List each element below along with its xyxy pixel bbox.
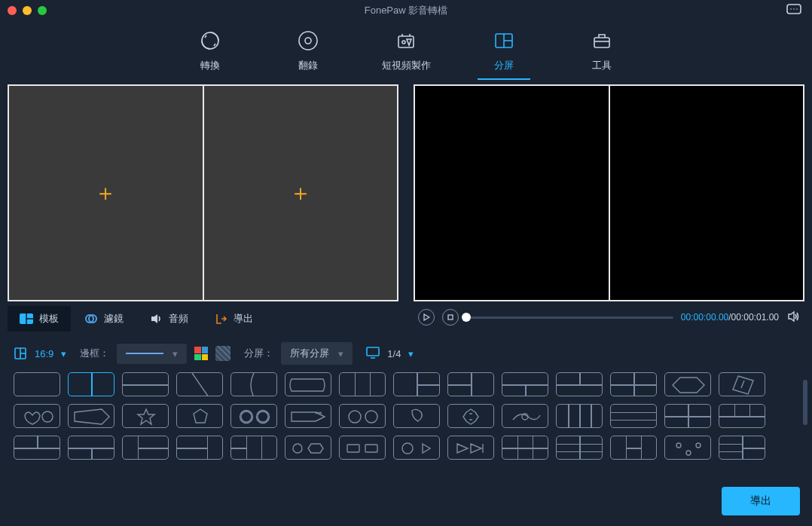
app-title: FonePaw 影音轉檔 [365, 4, 448, 17]
minimize-window-button[interactable] [23, 6, 32, 15]
template-item[interactable] [719, 372, 765, 396]
template-item[interactable] [68, 404, 114, 428]
monitor-icon [366, 347, 380, 361]
close-window-button[interactable] [8, 6, 17, 15]
template-item[interactable] [664, 436, 711, 460]
template-item[interactable] [447, 404, 494, 428]
color-picker-button[interactable] [194, 347, 208, 360]
tab-label: 音頻 [169, 312, 188, 326]
tab-filter[interactable]: 濾鏡 [72, 306, 136, 332]
svg-point-2 [793, 8, 795, 10]
tab-tools[interactable]: 工具 [575, 29, 628, 80]
tab-label: 工具 [592, 59, 612, 72]
tab-template[interactable]: 模板 [8, 306, 71, 332]
template-item[interactable] [230, 404, 277, 428]
template-item[interactable] [339, 404, 386, 428]
template-item[interactable] [556, 404, 603, 428]
template-item[interactable] [68, 436, 114, 460]
tab-splitscreen[interactable]: 分屏 [478, 29, 530, 80]
svg-point-26 [42, 411, 53, 422]
svg-point-39 [696, 443, 701, 448]
split-label: 分屏： [244, 347, 273, 360]
svg-rect-7 [398, 36, 414, 47]
tab-export[interactable]: 導出 [202, 306, 265, 332]
maximize-window-button[interactable] [38, 6, 47, 15]
template-item[interactable] [122, 436, 169, 460]
template-item[interactable] [556, 372, 603, 396]
svg-point-37 [402, 443, 413, 454]
svg-point-8 [402, 41, 405, 44]
time-current: 00:00:00.00 [681, 312, 728, 323]
add-media-slot-2[interactable]: ＋ [204, 86, 398, 300]
template-item[interactable] [176, 372, 223, 396]
template-item[interactable] [664, 372, 711, 396]
main-tabs: 轉換 翻錄 短視頻製作 分屏 工具 [0, 21, 812, 80]
chevron-down-icon: ▾ [338, 348, 343, 359]
template-item[interactable] [339, 372, 386, 396]
svg-rect-12 [594, 38, 609, 47]
template-item[interactable] [556, 436, 603, 460]
template-item[interactable] [610, 436, 657, 460]
template-item[interactable] [339, 436, 386, 460]
titlebar: FonePaw 影音轉檔 [0, 0, 812, 21]
template-icon [20, 312, 33, 326]
svg-point-32 [365, 411, 377, 423]
seek-thumb[interactable] [462, 313, 471, 322]
tab-mv[interactable]: 短視頻製作 [380, 29, 432, 80]
template-item[interactable] [610, 372, 657, 396]
template-item[interactable] [230, 436, 277, 460]
clapperboard-icon [394, 29, 418, 53]
export-button[interactable]: 導出 [722, 487, 800, 515]
svg-rect-23 [367, 347, 379, 356]
feedback-icon[interactable] [786, 4, 801, 18]
screen-option[interactable]: 1/4 ▾ [366, 347, 414, 361]
svg-line-25 [192, 373, 209, 396]
svg-rect-19 [448, 315, 453, 320]
timecode: 00:00:00.00/00:00:01.00 [681, 312, 779, 323]
template-item[interactable] [122, 404, 169, 428]
template-item[interactable] [719, 436, 765, 460]
volume-icon[interactable] [786, 310, 800, 326]
split-value: 所有分屏 [290, 347, 329, 360]
play-button[interactable] [418, 309, 435, 326]
template-item[interactable] [610, 404, 657, 428]
template-item[interactable] [664, 404, 711, 428]
template-item[interactable] [285, 436, 331, 460]
template-item[interactable] [14, 372, 60, 396]
svg-rect-36 [365, 445, 377, 452]
template-item[interactable] [176, 436, 223, 460]
line-sample-icon [126, 353, 163, 354]
splitscreen-icon [492, 29, 516, 53]
add-media-slot-1[interactable]: ＋ [9, 86, 203, 300]
pattern-button[interactable] [215, 346, 230, 361]
template-item[interactable] [502, 372, 548, 396]
template-item[interactable] [14, 436, 60, 460]
stop-button[interactable] [442, 309, 459, 326]
template-item[interactable] [393, 436, 440, 460]
template-item[interactable] [285, 404, 331, 428]
tab-rip[interactable]: 翻錄 [282, 29, 334, 80]
template-item[interactable] [447, 436, 494, 460]
template-item[interactable] [122, 372, 169, 396]
aspect-option[interactable]: 16:9 ▾ [14, 347, 66, 360]
template-item[interactable] [393, 404, 440, 428]
tab-convert[interactable]: 轉換 [184, 29, 237, 80]
seek-slider[interactable] [466, 317, 673, 319]
template-item[interactable] [14, 404, 60, 428]
scrollbar[interactable] [803, 380, 807, 425]
tab-audio[interactable]: 音頻 [137, 306, 200, 332]
template-item[interactable] [393, 372, 440, 396]
tab-label: 轉換 [200, 59, 220, 72]
template-item[interactable] [176, 404, 223, 428]
border-style-select[interactable]: ▾ [117, 344, 187, 364]
template-item[interactable] [447, 372, 494, 396]
svg-point-28 [240, 411, 253, 424]
tab-label: 翻錄 [298, 59, 318, 72]
template-item[interactable] [285, 372, 331, 396]
template-item[interactable] [502, 404, 548, 428]
split-select[interactable]: 所有分屏 ▾ [281, 342, 353, 365]
template-item[interactable] [502, 436, 548, 460]
template-item-selected[interactable] [68, 372, 114, 396]
template-item[interactable] [719, 404, 765, 428]
template-item[interactable] [230, 372, 277, 396]
